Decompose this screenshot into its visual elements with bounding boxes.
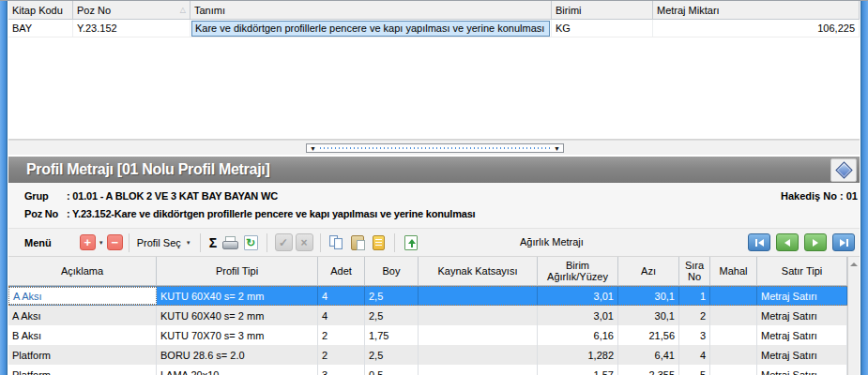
grid-cell[interactable]: 30,1 [618, 287, 679, 305]
column-header-kaynak-katsayisi[interactable]: Kaynak Katsayısı [419, 257, 538, 285]
grid-cell[interactable]: A Aksı [8, 287, 157, 305]
grid-cell[interactable]: A Aksı [8, 306, 157, 325]
grid-cell[interactable]: 1,75 [365, 325, 419, 345]
grid-cell[interactable] [710, 345, 757, 365]
add-row-button[interactable]: + [80, 234, 96, 250]
grid-cell[interactable]: 2,5 [365, 287, 419, 305]
grid-cell[interactable] [419, 306, 538, 325]
grid-cell[interactable]: 2,355 [618, 365, 679, 375]
table-row-selected[interactable]: A Aksı KUTU 60X40 s= 2 mm 4 2,5 3,01 30,… [8, 286, 847, 306]
cell-metraj-miktari[interactable]: 106,225 [653, 20, 860, 37]
grid-cell[interactable]: Metraj Satırı [757, 325, 847, 345]
grid-cell[interactable]: 21,56 [618, 325, 679, 345]
scroll-up-button[interactable] [848, 257, 860, 272]
profil-sec-dropdown-icon[interactable]: ▼ [186, 240, 191, 246]
column-header-sira-no[interactable]: Sıra No [679, 257, 710, 285]
cell-birimi[interactable]: KG [552, 20, 653, 37]
grid-cell[interactable]: 3 [679, 325, 710, 345]
profil-sec-button[interactable]: Profil Seç [135, 237, 183, 248]
column-header-azi[interactable]: Azı [618, 257, 679, 285]
grid-cell[interactable] [419, 325, 538, 345]
grid-cell[interactable]: 3 [318, 365, 365, 375]
next-record-button[interactable] [804, 233, 827, 251]
table-row[interactable]: B Aksı KUTU 70X70 s= 3 mm 2 1,75 6,16 21… [8, 325, 847, 345]
last-record-button[interactable] [832, 233, 855, 251]
grid-cell[interactable]: 3,01 [538, 287, 618, 305]
grid-cell[interactable] [710, 325, 757, 345]
column-header-profil-tipi[interactable]: Profil Tipi [157, 257, 318, 285]
refresh-button[interactable]: ↻ [240, 232, 261, 253]
add-dropdown-icon[interactable]: ▼ [99, 240, 104, 246]
column-header-metraj-miktari[interactable]: Metraj Miktarı [653, 1, 860, 19]
column-header-poz-no[interactable]: Poz No△ [73, 1, 190, 19]
column-header-birimi[interactable]: Birimi [552, 1, 653, 19]
focused-cell[interactable]: Kare ve dikdörtgen profillerle pencere v… [191, 21, 550, 37]
column-header-birim-agirlik[interactable]: Birim Ağırlık/Yüzey [538, 257, 618, 285]
grid-cell[interactable]: KUTU 60X40 s= 2 mm [157, 287, 318, 305]
grid-cell[interactable]: 4 [318, 287, 365, 305]
grid-cell[interactable] [419, 287, 538, 305]
grid-cell[interactable]: Metraj Satırı [757, 287, 847, 305]
grid-cell[interactable]: 30,1 [618, 306, 679, 325]
copy-button[interactable] [327, 232, 347, 253]
grid-cell[interactable]: 0,5 [365, 365, 419, 375]
splitter-collapse-control[interactable]: ▼ ▼ [306, 143, 564, 153]
cell-kitap-kodu[interactable]: BAY [8, 20, 73, 37]
grid-cell[interactable]: 2 [679, 306, 710, 325]
poz-grid-row[interactable]: BAY Y.23.152 Kare ve dikdörtgen profille… [8, 20, 860, 38]
grid-cell[interactable]: 2,5 [365, 345, 419, 365]
grid-cell[interactable]: 6,16 [538, 325, 618, 345]
sum-button[interactable]: Σ [206, 235, 220, 250]
grid-cell[interactable]: Platform [8, 365, 157, 375]
grid-cell[interactable]: Metraj Satırı [757, 345, 847, 365]
cell-tanimi[interactable]: Kare ve dikdörtgen profillerle pencere v… [190, 20, 552, 37]
grid-cell[interactable]: B Aksı [8, 325, 157, 345]
grid-cell[interactable]: 1,57 [538, 365, 618, 375]
grid-cell[interactable]: Platform [8, 345, 157, 365]
grid-cell[interactable] [710, 365, 757, 375]
cell-poz-no[interactable]: Y.23.152 [73, 20, 190, 37]
column-header-mahal[interactable]: Mahal [710, 257, 757, 285]
grid-cell[interactable]: KUTU 60X40 s= 2 mm [157, 306, 318, 325]
grid-cell[interactable]: 2,5 [365, 306, 419, 325]
prev-record-button[interactable] [776, 233, 799, 251]
export-button[interactable] [401, 232, 421, 253]
splitter-bar[interactable]: ▼ ▼ [8, 140, 860, 155]
grid-cell[interactable]: Metraj Satırı [757, 306, 847, 325]
paste-button[interactable] [347, 232, 368, 253]
column-header-aciklama[interactable]: Açıklama [8, 257, 157, 285]
first-record-button[interactable] [748, 233, 770, 251]
column-header-kitap-kodu[interactable]: Kitap Kodu [8, 1, 73, 19]
grid-cell[interactable]: 5 [679, 365, 710, 375]
panel-menu-button[interactable] [830, 158, 857, 182]
grid-cell[interactable]: LAMA 20x10 [157, 365, 318, 375]
grid-cell[interactable]: 1 [679, 287, 710, 305]
grid-cell[interactable]: 2 [318, 325, 365, 345]
grid-cell[interactable]: 3,01 [538, 306, 618, 325]
grid-cell[interactable]: 6,41 [618, 345, 679, 365]
column-header-tanimi[interactable]: Tanımı [190, 1, 552, 19]
clipboard-button[interactable] [368, 232, 388, 253]
grid-cell[interactable]: 2 [318, 345, 365, 365]
column-header-boy[interactable]: Boy [365, 257, 419, 285]
grid-cell[interactable]: KUTU 70X70 s= 3 mm [157, 325, 318, 345]
grid-cell[interactable]: 4 [679, 345, 710, 365]
cancel-button[interactable]: × [294, 232, 314, 253]
grid-cell[interactable] [419, 345, 538, 365]
grid-cell[interactable] [419, 365, 538, 375]
print-button[interactable] [220, 232, 240, 253]
grid-cell[interactable]: 4 [318, 306, 365, 325]
grid-cell[interactable] [710, 287, 757, 305]
grid-cell[interactable]: 1,282 [538, 345, 618, 365]
apply-button[interactable]: ✓ [273, 232, 294, 253]
table-row[interactable]: Platform BORU 28.6 s= 2.0 2 2,5 1,282 6,… [8, 345, 847, 365]
grid-cell[interactable]: BORU 28.6 s= 2.0 [157, 345, 318, 365]
table-row[interactable]: Platform LAMA 20x10 3 0,5 1,57 2,355 5 M… [8, 365, 847, 375]
menu-button[interactable]: Menü [24, 237, 52, 248]
grid-cell[interactable]: Metraj Satırı [757, 365, 847, 375]
grid-cell[interactable] [710, 306, 757, 325]
table-row[interactable]: A Aksı KUTU 60X40 s= 2 mm 4 2,5 3,01 30,… [8, 306, 847, 325]
remove-row-button[interactable]: − [107, 234, 123, 250]
column-header-adet[interactable]: Adet [318, 257, 365, 285]
column-header-satir-tipi[interactable]: Satır Tipi [757, 257, 847, 285]
